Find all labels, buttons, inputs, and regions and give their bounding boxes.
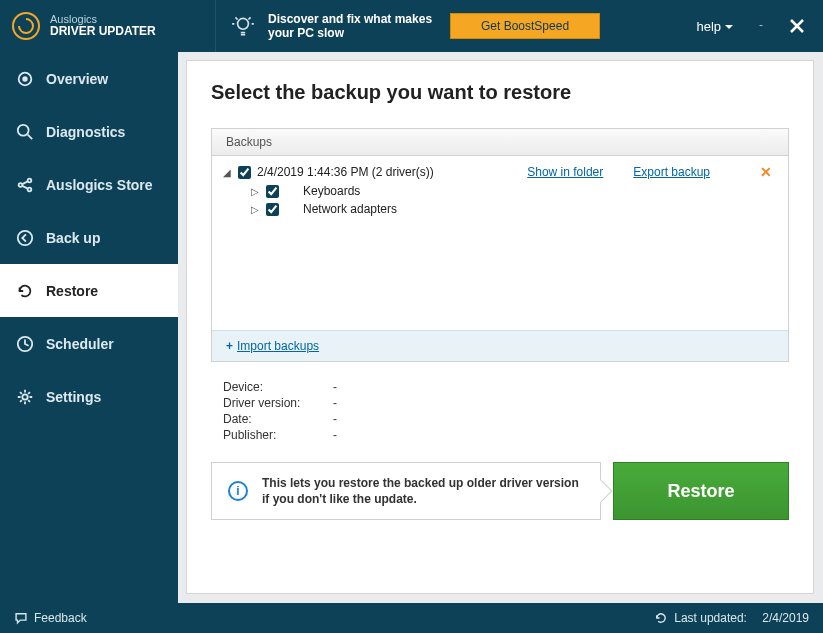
svg-line-7: [28, 134, 33, 139]
last-updated: Last updated: 2/4/2019: [654, 611, 809, 625]
feedback-link[interactable]: Feedback: [14, 611, 87, 625]
delete-backup-icon[interactable]: ✕: [760, 164, 772, 180]
import-backups-bar[interactable]: +Import backups: [212, 330, 788, 361]
detail-device-value: -: [333, 380, 337, 394]
export-backup-link[interactable]: Export backup: [633, 165, 710, 179]
app-logo: Auslogics DRIVER UPDATER: [0, 0, 216, 52]
sidebar-item-label: Back up: [46, 230, 100, 246]
logo-icon: [12, 12, 40, 40]
lightbulb-icon: [230, 13, 256, 39]
sidebar-item-label: Overview: [46, 71, 108, 87]
last-updated-label: Last updated:: [674, 611, 747, 625]
page-title: Select the backup you want to restore: [211, 81, 789, 104]
target-icon: [16, 70, 34, 88]
svg-point-10: [28, 187, 32, 191]
restore-icon: [16, 282, 34, 300]
backup-entry[interactable]: ◢ 2/4/2019 1:44:36 PM (2 driver(s)) Show…: [222, 162, 778, 182]
sidebar-item-label: Diagnostics: [46, 124, 125, 140]
help-menu[interactable]: help: [696, 19, 733, 34]
import-backups-link[interactable]: Import backups: [237, 339, 319, 353]
info-text: This lets you restore the backed up olde…: [262, 475, 584, 507]
sidebar-item-scheduler[interactable]: Scheduler: [0, 317, 178, 370]
refresh-icon: [654, 611, 668, 625]
detail-driverversion-label: Driver version:: [223, 396, 333, 410]
detail-date-label: Date:: [223, 412, 333, 426]
sidebar-item-restore[interactable]: Restore: [0, 264, 178, 317]
sidebar-item-store[interactable]: Auslogics Store: [0, 158, 178, 211]
sidebar-item-label: Restore: [46, 283, 98, 299]
svg-point-9: [28, 178, 32, 182]
svg-point-6: [18, 124, 29, 135]
backup-child-item[interactable]: ▷ Network adapters: [250, 200, 778, 218]
sidebar-item-overview[interactable]: Overview: [0, 52, 178, 105]
backup-child-label: Network adapters: [303, 202, 397, 216]
backup-child-item[interactable]: ▷ Keyboards: [250, 182, 778, 200]
get-boostspeed-button[interactable]: Get BoostSpeed: [450, 13, 600, 39]
detail-publisher-label: Publisher:: [223, 428, 333, 442]
expand-caret-icon[interactable]: ▷: [250, 186, 260, 197]
app-name-main: DRIVER UPDATER: [50, 25, 156, 38]
sidebar-item-backup[interactable]: Back up: [0, 211, 178, 264]
sidebar-item-label: Auslogics Store: [46, 177, 153, 193]
detail-publisher-value: -: [333, 428, 337, 442]
svg-point-15: [22, 394, 27, 399]
restore-button[interactable]: Restore: [613, 462, 789, 520]
last-updated-value: 2/4/2019: [762, 611, 809, 625]
speech-bubble-icon: [14, 611, 28, 625]
sidebar-item-diagnostics[interactable]: Diagnostics: [0, 105, 178, 158]
backups-header: Backups: [212, 129, 788, 156]
detail-date-value: -: [333, 412, 337, 426]
sidebar-item-label: Settings: [46, 389, 101, 405]
backup-child-label: Keyboards: [303, 184, 360, 198]
detail-device-label: Device:: [223, 380, 333, 394]
info-box: i This lets you restore the backed up ol…: [211, 462, 601, 520]
backups-list: Backups ◢ 2/4/2019 1:44:36 PM (2 driver(…: [211, 128, 789, 362]
gear-icon: [16, 388, 34, 406]
collapse-caret-icon[interactable]: ◢: [222, 167, 232, 178]
svg-line-11: [22, 181, 27, 184]
minimize-button[interactable]: [753, 18, 769, 34]
plus-icon: +: [226, 339, 233, 353]
svg-point-13: [18, 230, 32, 244]
sidebar-item-settings[interactable]: Settings: [0, 370, 178, 423]
detail-driverversion-value: -: [333, 396, 337, 410]
promo-text: Discover and fix what makes your PC slow: [268, 12, 438, 41]
svg-point-0: [238, 18, 249, 29]
svg-rect-1: [760, 25, 763, 26]
info-icon: i: [228, 481, 248, 501]
back-arrow-icon: [16, 229, 34, 247]
close-button[interactable]: [789, 18, 805, 34]
clock-icon: [16, 335, 34, 353]
sidebar-item-label: Scheduler: [46, 336, 114, 352]
backup-checkbox[interactable]: [238, 166, 251, 179]
backup-label: 2/4/2019 1:44:36 PM (2 driver(s)): [257, 165, 434, 179]
backup-child-checkbox[interactable]: [266, 185, 279, 198]
backup-child-checkbox[interactable]: [266, 203, 279, 216]
svg-point-5: [23, 77, 27, 81]
svg-line-12: [22, 185, 27, 188]
share-icon: [16, 176, 34, 194]
search-icon: [16, 123, 34, 141]
sidebar: Overview Diagnostics Auslogics Store Bac…: [0, 52, 178, 603]
show-in-folder-link[interactable]: Show in folder: [527, 165, 603, 179]
svg-point-8: [19, 183, 23, 187]
feedback-label: Feedback: [34, 611, 87, 625]
backup-details: Device:- Driver version:- Date:- Publish…: [223, 380, 789, 444]
expand-caret-icon[interactable]: ▷: [250, 204, 260, 215]
